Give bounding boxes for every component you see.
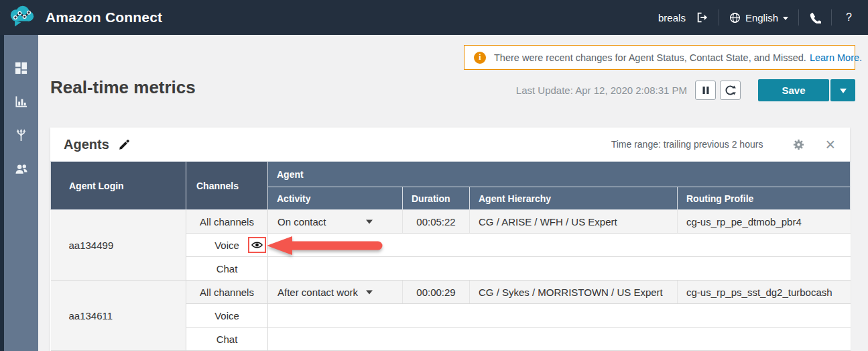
channel-cell: Chat — [186, 328, 268, 351]
language-label: English — [745, 12, 778, 23]
divider — [798, 9, 799, 26]
agents-panel-header: Agents Time range: trailing previous 2 h… — [50, 128, 850, 161]
channel-cell: All channels — [186, 281, 268, 304]
voice-visibility-toggle[interactable] — [248, 237, 266, 253]
logout-icon — [696, 11, 708, 23]
agents-table: Agent Login Channels Agent Activity Dura… — [50, 161, 851, 351]
edit-table-button[interactable] — [118, 139, 129, 150]
agent-hierarchy-cell: CG / Sykes / MORRISTOWN / US Expert — [470, 281, 678, 304]
column-header-duration[interactable]: Duration — [403, 187, 470, 210]
agent-hierarchy-cell: CG / ARISE / WFH / US Expert — [470, 210, 678, 234]
sidebar-item-routing[interactable] — [4, 129, 38, 142]
column-header-activity[interactable]: Activity — [268, 187, 403, 210]
phone-button[interactable] — [809, 11, 821, 23]
top-navigation-bar: Amazon Connect breals English — [0, 0, 868, 35]
time-range-label: Time range: trailing previous 2 hours — [611, 139, 763, 150]
info-icon: i — [474, 52, 486, 64]
empty-cell — [268, 304, 851, 328]
panel-title: Agents — [64, 137, 109, 152]
logout-button[interactable] — [696, 11, 708, 23]
update-controls: Last Update: Apr 12, 2020 2:08:31 PM Sav… — [516, 79, 855, 101]
routing-profile-cell: cg-us_rp_pe_dtmob_pbr4 — [678, 210, 851, 234]
channel-cell: Chat — [186, 257, 268, 281]
column-header-routing-profile[interactable]: Routing Profile — [678, 187, 851, 210]
duration-cell: 00:05:22 — [403, 210, 470, 234]
channel-cell: Voice — [186, 304, 268, 328]
amazon-connect-app: Amazon Connect breals English — [0, 0, 868, 351]
notification-message: There were recent changes for Agent Stat… — [494, 52, 806, 63]
topbar-right-group: breals English — [658, 9, 856, 26]
left-navigation-sidebar — [0, 35, 38, 351]
gear-icon — [792, 138, 805, 151]
learn-more-link[interactable]: Learn More. — [810, 52, 862, 63]
table-header-row: Agent Login Channels Agent — [51, 162, 851, 187]
routing-profile-cell: cg-us_rp_ps_sst_dg2_turbocash — [678, 281, 851, 304]
chevron-down-icon[interactable] — [366, 291, 373, 295]
phone-icon — [809, 11, 821, 23]
close-panel-button[interactable]: × — [825, 138, 835, 151]
routing-split-icon — [15, 129, 27, 142]
channel-value: Voice — [214, 240, 239, 251]
settings-button[interactable] — [792, 138, 805, 151]
activity-cell[interactable]: After contact work — [268, 281, 403, 304]
channel-cell: All channels — [186, 210, 268, 234]
agents-panel: Agents Time range: trailing previous 2 h… — [50, 128, 850, 351]
table-row: aa134499 All channels On contact 00:05:2… — [51, 210, 851, 234]
app-title: Amazon Connect — [46, 9, 162, 26]
chevron-down-icon — [840, 89, 847, 93]
eye-icon — [251, 241, 263, 249]
table-row: aa134611 All channels After contact work… — [51, 281, 851, 304]
pause-button[interactable] — [695, 81, 716, 100]
notification-banner: i There were recent changes for Agent St… — [464, 45, 855, 70]
help-button[interactable]: ? — [842, 11, 856, 23]
save-dropdown-button[interactable] — [830, 79, 855, 101]
refresh-icon — [724, 84, 737, 97]
divider — [831, 9, 832, 26]
save-button[interactable]: Save — [758, 79, 829, 101]
column-header-channels[interactable]: Channels — [186, 162, 268, 210]
pencil-icon — [118, 139, 129, 150]
activity-value: After contact work — [277, 287, 358, 298]
sidebar-item-metrics[interactable] — [4, 95, 38, 108]
bar-chart-icon — [15, 95, 27, 108]
page-title: Real-time metrics — [50, 77, 196, 98]
amazon-connect-logo-icon[interactable] — [7, 4, 38, 31]
globe-icon — [729, 12, 741, 23]
language-selector[interactable]: English — [729, 12, 788, 23]
column-header-agent-hierarchy[interactable]: Agent Hierarchy — [470, 187, 678, 210]
column-group-agent: Agent — [268, 162, 851, 187]
divider — [719, 9, 719, 26]
activity-value: On contact — [277, 216, 326, 228]
panel-header-right: Time range: trailing previous 2 hours × — [611, 138, 835, 151]
activity-cell[interactable]: On contact — [268, 210, 403, 234]
chevron-down-icon — [783, 17, 788, 20]
column-header-agent-login[interactable]: Agent Login — [51, 162, 186, 210]
users-icon — [15, 162, 28, 175]
pause-icon — [702, 86, 710, 95]
agent-login-cell: aa134499 — [51, 210, 186, 281]
agent-login-cell: aa134611 — [51, 281, 186, 351]
duration-cell: 00:00:29 — [403, 281, 470, 304]
chevron-down-icon[interactable] — [366, 220, 373, 224]
channel-cell-voice: Voice — [186, 234, 268, 257]
empty-cell — [268, 328, 851, 351]
sidebar-item-users[interactable] — [4, 162, 38, 175]
empty-cell — [268, 234, 851, 257]
sidebar-item-dashboard[interactable] — [4, 62, 38, 74]
dashboard-icon — [15, 62, 27, 74]
username-label: breals — [658, 12, 686, 23]
last-update-label: Last Update: Apr 12, 2020 2:08:31 PM — [516, 85, 687, 96]
empty-cell — [268, 257, 851, 281]
refresh-button[interactable] — [720, 81, 741, 100]
